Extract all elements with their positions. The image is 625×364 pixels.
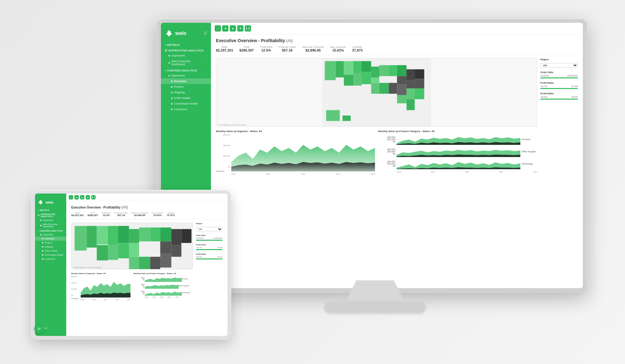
sidebar-item-product[interactable]: Product [161,84,211,90]
tablet-product-title: Monthly Sales by Product Category - Stat… [134,273,193,274]
tablet-prod-years: 20182019202020212022 [134,296,193,298]
svg-rect-46 [171,244,181,257]
arrow-icon: › [206,54,207,57]
svg-rect-2 [336,61,344,77]
filter-button[interactable]: ▼ [237,25,243,32]
tablet-metrics-row: Sales $2,297,201 Profit $286,397 Profit … [71,212,222,219]
tablet-date-slider[interactable] [196,240,222,241]
furniture-row: $40,000 $20,000 $0 [378,134,537,145]
tablet-superstore2[interactable]: Superstore [35,233,66,237]
tablet-product-chart: Monthly Sales by Product Category - Stat… [134,273,193,301]
tablet-dot [40,234,42,235]
svg-rect-25 [397,95,407,103]
tablet-filter-pr2: Profit Ratio -50.0% 50.0% [196,253,222,259]
svg-rect-17 [407,80,415,88]
tablet-pr2-slider[interactable] [196,258,222,259]
tablet-up-btn[interactable]: ▲ [80,195,84,199]
tablet-logo: welo [35,197,66,208]
tablet-dashboard-title: Executive Overview - Profitability (All) [71,205,222,209]
sidebar-item-customers[interactable]: Customers [161,106,211,112]
tablet-product[interactable]: Product [35,241,66,245]
sidebar-item-superstore2[interactable]: Superstore › [161,73,211,78]
tablet-area-chart-wrap: 20182019202020212022 [81,276,131,301]
svg-rect-48 [139,257,150,269]
charts-row: Monthly Sales by Segment - States: All $… [216,130,537,175]
svg-rect-42 [160,228,171,241]
tablet-interactive[interactable]: ⚙ Interactive Analytics [35,212,66,218]
svg-rect-30 [75,226,87,251]
metric-profit-ratio: Profit Ratio 12.5% [260,46,272,52]
tablet-overview[interactable]: Overview [35,237,66,241]
dot-icon [171,109,172,110]
tablet-superstore[interactable]: Superstore [35,218,66,222]
technology-label: Technology [522,163,537,165]
office-chart [397,146,520,157]
svg-rect-47 [129,257,139,269]
tablet-filter-btn[interactable]: ▼ [86,195,90,199]
home-button[interactable]: ⌂ [215,25,221,32]
sidebar-metrics-section[interactable]: ▪ Metrics [161,42,211,47]
tablet-dashboard-body: Executive Overview - Profitability (All)… [66,201,228,336]
tablet-tech-row: $40k$0 Technology [134,289,193,296]
order-date-slider[interactable] [540,77,578,78]
tablet-metric-customer: Sales per Customer $2,896.85 [131,212,148,217]
tablet-pause-btn[interactable]: ❙❙ [91,195,96,199]
tablet-curated[interactable]: ▪ Curated Analytics [35,229,66,233]
pause-button[interactable]: ❙❙ [245,25,251,32]
up-button[interactable]: ▲ [230,25,236,32]
tablet-commission[interactable]: Commission Model [35,253,66,257]
tablet-pr1-slider[interactable] [196,249,222,250]
tablet-map: © 2022 Mapbox © OpenStreetMap [71,223,193,269]
region-select[interactable]: (All) East West Central South [540,63,578,68]
tablet-shipping[interactable]: Shipping [35,245,66,249]
tablet-dot [42,242,43,243]
svg-rect-27 [326,110,340,121]
svg-rect-19 [371,83,379,94]
sidebar-item-order-details[interactable]: Order Details [161,95,211,101]
svg-rect-32 [97,226,108,244]
sidebar-item-overview[interactable]: Overview [161,78,211,84]
arrow-icon: › [206,61,207,64]
tablet-dot [42,238,43,239]
svg-rect-39 [129,229,139,243]
svg-rect-28 [342,116,351,121]
tablet-back-btn[interactable]: ◄ [74,195,79,199]
tablet-region-select[interactable]: (All) [196,227,222,231]
tablet-pr1-labels: -21.7% 37.0% [196,247,222,248]
tablet-welo-exec[interactable]: Welo Executive Dashboard [35,222,66,229]
tablet-dot [42,246,43,248]
metric-avg-discount: Avg. Discount 15.62% [330,46,346,52]
metric-profit-order: Profit per Order $57.18 [279,46,296,52]
tablet-metrics[interactable]: ▪ Metrics [35,208,66,212]
sidebar-item-superstore[interactable]: Superstore › [161,53,211,58]
tablet-customers[interactable]: Customers [35,257,66,261]
tablet-segment-chart: Monthly Sales by Segment - States: All $… [71,273,131,301]
curated-icon: ▪ [165,69,166,72]
dot-icon [171,81,172,82]
sidebar-curated-section[interactable]: ▪ Curated Analytics [161,67,211,73]
profit-ratio2-slider[interactable] [540,99,578,100]
toolbar: ⌂ ◄ ▲ ▼ ❙❙ [211,23,583,34]
dot-icon [171,86,172,88]
svg-rect-1 [325,61,336,80]
filter-profit-ratio2: Profit Ratio -50.0% 50.0% [540,92,578,100]
sidebar-item-commission[interactable]: Commission Model [161,101,211,106]
tablet-order-details[interactable]: Order Details [35,249,66,253]
tablet-y-labels: $60,000 $40,000 $20,000 $0 Consumer [71,276,81,299]
sidebar-item-welo-executive[interactable]: Welo Executive Dashboard › [161,58,211,67]
sidebar-interactive-section[interactable]: ⚙ Interactive Analytics [161,47,211,53]
profit-ratio1-slider[interactable] [540,88,578,89]
dot-icon [168,55,170,57]
tablet-filter-pr1: Profit Ratio -21.7% 37.0% [196,244,222,250]
ci-badge: CI [34,324,44,333]
tablet-home-btn[interactable]: ⌂ [69,195,73,199]
back-button[interactable]: ◄ [222,25,228,32]
tablet: welo ▪ Metrics ⚙ Interactive Analytics S… [31,190,231,340]
tablet-screen: welo ▪ Metrics ⚙ Interactive Analytics S… [35,194,228,336]
content-area: © 2022 Mapbox © OpenStreetMap Monthly Sa [216,58,578,279]
sidebar-item-shipping[interactable]: Shipping [161,90,211,95]
monitor-base [325,302,425,312]
tablet-metric-qty: Quantity 37,873 [167,212,174,217]
menu-icon[interactable]: ☰ [204,31,207,36]
furniture-chart [397,134,520,145]
